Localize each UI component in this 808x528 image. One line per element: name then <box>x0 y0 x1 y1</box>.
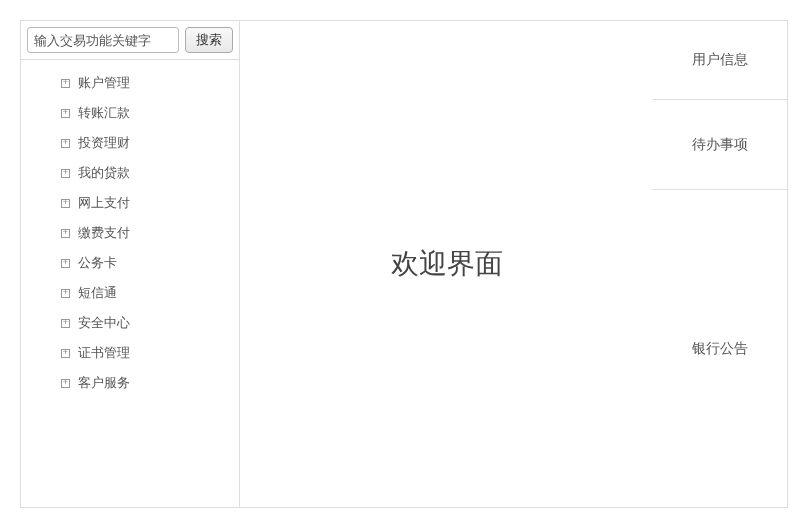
nav-list: 账户管理 转账汇款 投资理财 我的贷款 网上支付 缴费支付 <box>21 60 239 507</box>
nav-item-label: 安全中心 <box>78 314 130 332</box>
nav-item-label: 我的贷款 <box>78 164 130 182</box>
nav-item-label: 短信通 <box>78 284 117 302</box>
nav-item-investment[interactable]: 投资理财 <box>21 128 239 158</box>
panel-bank-notice[interactable]: 银行公告 <box>653 190 788 508</box>
panel-label: 待办事项 <box>692 136 748 154</box>
nav-item-label: 客户服务 <box>78 374 130 392</box>
nav-item-label: 账户管理 <box>78 74 130 92</box>
panel-label: 银行公告 <box>692 340 748 358</box>
plus-icon <box>61 79 70 88</box>
nav-item-my-loans[interactable]: 我的贷款 <box>21 158 239 188</box>
plus-icon <box>61 289 70 298</box>
plus-icon <box>61 139 70 148</box>
nav-item-account-management[interactable]: 账户管理 <box>21 68 239 98</box>
nav-item-label: 网上支付 <box>78 194 130 212</box>
plus-icon <box>61 259 70 268</box>
plus-icon <box>61 229 70 238</box>
search-button[interactable]: 搜索 <box>185 27 233 53</box>
nav-item-security-center[interactable]: 安全中心 <box>21 308 239 338</box>
plus-icon <box>61 379 70 388</box>
app-frame: 搜索 账户管理 转账汇款 投资理财 我的贷款 网上支付 <box>20 20 788 508</box>
right-column: 用户信息 待办事项 银行公告 <box>653 20 788 508</box>
nav-item-label: 缴费支付 <box>78 224 130 242</box>
nav-item-label: 转账汇款 <box>78 104 130 122</box>
nav-item-certificate-management[interactable]: 证书管理 <box>21 338 239 368</box>
plus-icon <box>61 319 70 328</box>
panel-user-info[interactable]: 用户信息 <box>653 20 788 100</box>
search-bar: 搜索 <box>21 21 239 60</box>
plus-icon <box>61 109 70 118</box>
nav-item-customer-service[interactable]: 客户服务 <box>21 368 239 398</box>
nav-item-bill-payment[interactable]: 缴费支付 <box>21 218 239 248</box>
main-content: 欢迎界面 <box>240 20 653 508</box>
plus-icon <box>61 349 70 358</box>
sidebar: 搜索 账户管理 转账汇款 投资理财 我的贷款 网上支付 <box>20 20 240 508</box>
nav-item-online-payment[interactable]: 网上支付 <box>21 188 239 218</box>
nav-item-transfer-remittance[interactable]: 转账汇款 <box>21 98 239 128</box>
plus-icon <box>61 169 70 178</box>
nav-item-label: 投资理财 <box>78 134 130 152</box>
nav-item-sms-service[interactable]: 短信通 <box>21 278 239 308</box>
welcome-title: 欢迎界面 <box>391 245 503 283</box>
nav-item-label: 公务卡 <box>78 254 117 272</box>
nav-item-label: 证书管理 <box>78 344 130 362</box>
plus-icon <box>61 199 70 208</box>
search-input[interactable] <box>27 27 179 53</box>
nav-item-official-card[interactable]: 公务卡 <box>21 248 239 278</box>
panel-todo[interactable]: 待办事项 <box>653 100 788 190</box>
panel-label: 用户信息 <box>692 51 748 69</box>
